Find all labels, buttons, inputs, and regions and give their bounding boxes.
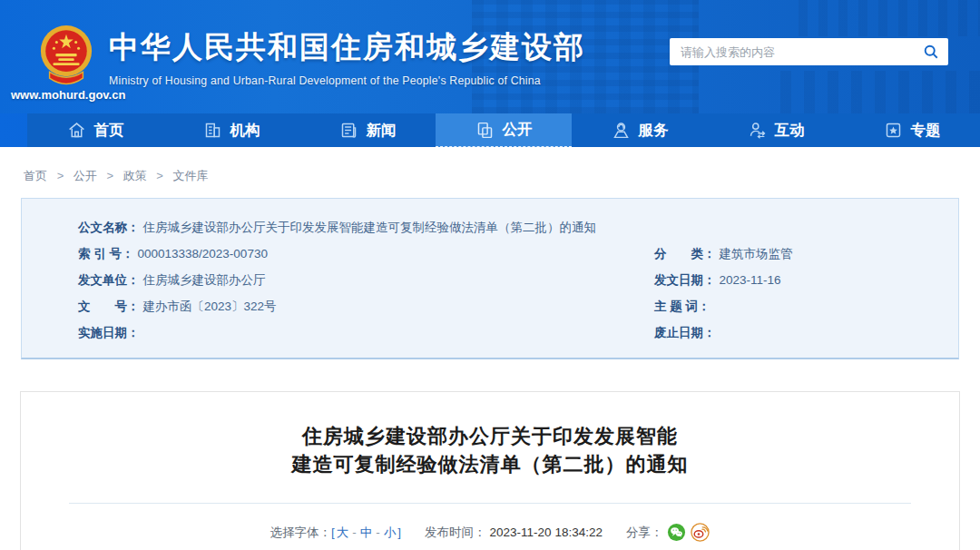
meta-label: 公文名称： [78, 220, 140, 236]
font-size-selector: 选择字体： [ 大 - 中 - 小 ] [270, 525, 402, 541]
document-meta-panel: 公文名称： 住房城乡建设部办公厅关于印发发展智能建造可复制经验做法清单（第二批）… [21, 198, 959, 359]
article-card: 住房城乡建设部办公厅关于印发发展智能 建造可复制经验做法清单（第二批）的通知 选… [20, 391, 960, 550]
article-title-line2: 建造可复制经验做法清单（第二批）的通知 [21, 450, 959, 478]
nav-label: 服务 [639, 121, 669, 141]
meta-category: 分 类： 建筑市场监管 [654, 246, 958, 262]
meta-label: 废止日期： [654, 325, 716, 341]
article-title-line1: 住房城乡建设部办公厅关于印发发展智能 [21, 422, 959, 450]
meta-repeal-date: 废止日期： [654, 325, 958, 341]
meta-label: 索 引 号： [78, 246, 134, 262]
nav-item-topics[interactable]: 专题 [844, 113, 980, 147]
search-input[interactable] [670, 45, 914, 59]
meta-value: 住房城乡建设部办公厅关于印发发展智能建造可复制经验做法清单（第二批）的通知 [143, 220, 597, 236]
disclosure-icon [475, 121, 495, 140]
nav-item-news[interactable]: 新闻 [299, 113, 436, 147]
font-size-medium[interactable]: 中 [360, 525, 373, 541]
meta-doc-number: 文 号： 建办市函〔2023〕322号 [22, 299, 654, 315]
meta-value: 建筑市场监管 [720, 246, 793, 262]
meta-subject-words: 主 题 词： [654, 299, 958, 315]
building-photo-texture [780, 71, 980, 113]
meta-effective-date: 实施日期： [22, 325, 654, 341]
meta-label: 发文日期： [654, 272, 716, 289]
publish-time-value: 2023-11-20 18:34:22 [490, 525, 603, 539]
nav-item-organization[interactable]: 机构 [163, 113, 299, 147]
meta-value: 住房城乡建设部办公厅 [143, 272, 266, 289]
home-icon [67, 121, 86, 140]
nav-item-disclosure[interactable]: 公开 [436, 113, 572, 147]
share-label: 分享： [626, 525, 663, 541]
breadcrumb-separator: > [156, 169, 163, 182]
font-size-separator: - [376, 525, 380, 539]
breadcrumb-disclosure[interactable]: 公开 [74, 169, 97, 182]
topic-star-icon [884, 121, 903, 140]
breadcrumb-separator: > [106, 169, 113, 182]
nav-label: 互动 [775, 121, 805, 141]
nav-label: 首页 [94, 121, 124, 141]
meta-issuing-unit: 发文单位： 住房城乡建设部办公厅 [22, 272, 654, 289]
meta-index-number: 索 引 号： 000013338/2023-00730 [22, 246, 654, 262]
ministry-title-en: Ministry of Housing and Urban-Rural Deve… [109, 74, 585, 87]
bracket-close: ] [397, 525, 401, 539]
wechat-icon[interactable] [667, 523, 686, 542]
ministry-title-cn: 中华人民共和国住房和城乡建设部 [109, 27, 585, 68]
publish-time-group: 发布时间： 2023-11-20 18:34:22 [425, 525, 603, 541]
nav-label: 专题 [911, 121, 941, 141]
meta-label: 文 号： [78, 299, 140, 315]
bracket-open: [ [331, 525, 335, 539]
meta-value: 2023-11-16 [720, 273, 781, 287]
meta-value: 000013338/2023-00730 [138, 247, 268, 260]
meta-label: 分 类： [654, 246, 716, 262]
nav-item-service[interactable]: 服务 [572, 113, 708, 147]
building-photo-texture [799, 0, 980, 36]
meta-issue-date: 发文日期： 2023-11-16 [654, 272, 958, 289]
weibo-icon[interactable] [691, 523, 710, 542]
breadcrumb: 首页 > 公开 > 政策 > 文件库 [0, 147, 980, 198]
meta-value: 建办市函〔2023〕322号 [143, 299, 277, 315]
breadcrumb-current: 文件库 [173, 169, 209, 182]
publish-time-label: 发布时间： [425, 525, 486, 541]
breadcrumb-separator: > [57, 169, 64, 182]
nav-label: 新闻 [367, 121, 397, 141]
news-icon [339, 121, 358, 140]
meta-label: 主 题 词： [654, 299, 710, 315]
font-size-separator: - [352, 525, 357, 539]
search-box [670, 38, 948, 65]
site-url: www.mohurd.gov.cn [11, 88, 125, 102]
article-meta-row: 选择字体： [ 大 - 中 - 小 ] 发布时间： 2023-11-20 18:… [21, 523, 959, 542]
interaction-icon [748, 121, 767, 140]
breadcrumb-policy[interactable]: 政策 [123, 169, 147, 182]
nav-label: 公开 [503, 120, 533, 140]
share-group: 分享： [626, 523, 710, 542]
font-size-small[interactable]: 小 [384, 525, 397, 541]
meta-label: 发文单位： [78, 272, 140, 289]
font-select-label: 选择字体： [270, 525, 332, 541]
meta-label: 实施日期： [78, 325, 140, 341]
main-nav: 首页 机构 新闻 公开 [27, 113, 980, 147]
service-icon [612, 121, 631, 140]
font-size-large[interactable]: 大 [337, 525, 349, 541]
breadcrumb-home[interactable]: 首页 [24, 169, 47, 182]
article-title: 住房城乡建设部办公厅关于印发发展智能 建造可复制经验做法清单（第二批）的通知 [21, 422, 959, 478]
site-header: www.mohurd.gov.cn 中华人民共和国住房和城乡建设部 Minist… [0, 0, 980, 113]
meta-doc-name: 公文名称： 住房城乡建设部办公厅关于印发发展智能建造可复制经验做法清单（第二批）… [22, 220, 958, 236]
nav-label: 机构 [230, 121, 260, 141]
nav-item-interaction[interactable]: 互动 [708, 113, 844, 147]
main-nav-strip: 首页 机构 新闻 公开 [0, 113, 980, 147]
china-national-emblem-icon [38, 22, 94, 91]
nav-item-home[interactable]: 首页 [27, 113, 163, 147]
search-icon[interactable] [914, 38, 948, 65]
organization-icon [203, 121, 222, 140]
title-divider [69, 503, 911, 504]
